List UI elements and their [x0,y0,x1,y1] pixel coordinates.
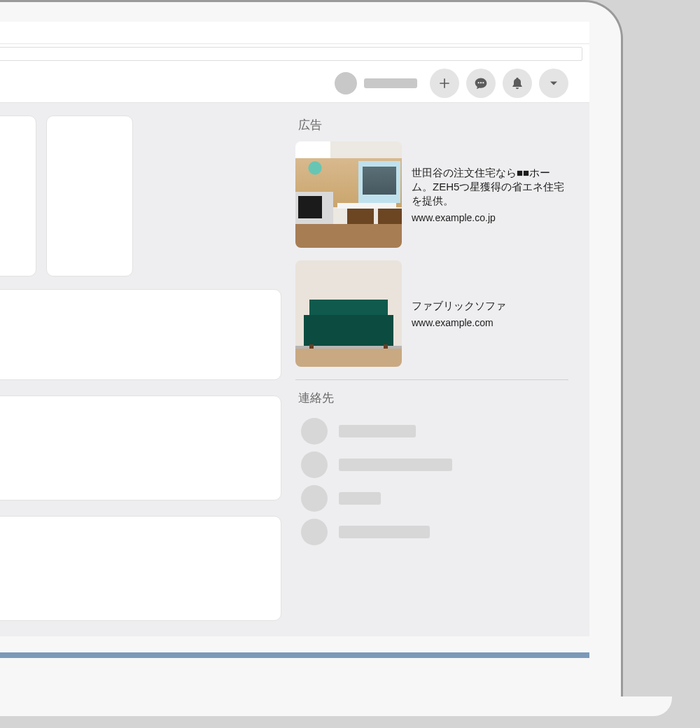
ad-title: 世田谷の注文住宅なら■■ホーム。ZEH5つ星獲得の省エネ住宅を提供。 [412,166,568,209]
right-rail: 広告 世田谷の注文住宅なら■■ホーム。ZEH5つ星獲得の省エネ住宅を提供。 ww… [281,115,568,549]
contact-name-placeholder [339,492,381,505]
bell-icon [510,76,524,90]
plus-icon [438,76,451,90]
contact-name-placeholder [339,526,430,538]
contact-avatar [301,519,328,545]
contact-row[interactable] [295,482,568,515]
messages-button[interactable] [466,69,496,98]
ad-url: www.example.co.jp [412,212,568,223]
feed-card[interactable] [0,396,281,500]
ad-item[interactable]: 世田谷の注文住宅なら■■ホーム。ZEH5つ星獲得の省エネ住宅を提供。 www.e… [295,141,568,248]
story-card[interactable] [0,115,36,276]
browser-tabbar [0,22,589,44]
top-nav [0,64,589,103]
contact-row[interactable] [295,515,568,549]
main-column [0,115,281,636]
content-area: 広告 世田谷の注文住宅なら■■ホーム。ZEH5つ星獲得の省エネ住宅を提供。 ww… [0,103,589,636]
contact-row[interactable] [295,448,568,482]
app-page: 広告 世田谷の注文住宅なら■■ホーム。ZEH5つ星獲得の省エネ住宅を提供。 ww… [0,64,589,636]
profile-chip[interactable] [335,72,417,94]
account-menu-button[interactable] [539,69,568,98]
contact-name-placeholder [339,458,452,471]
ad-url: www.example.com [412,317,506,328]
address-input[interactable] [0,47,582,61]
device-base [0,696,672,716]
story-card[interactable] [46,115,133,276]
ads-heading: 広告 [298,117,568,133]
contact-avatar [301,451,328,478]
contact-avatar [301,485,328,512]
ad-title: ファブリックソファ [412,299,506,313]
browser-addressbar [0,44,589,64]
ad-item[interactable]: ファブリックソファ www.example.com [295,260,568,367]
ad-copy: 世田谷の注文住宅なら■■ホーム。ZEH5つ星獲得の省エネ住宅を提供。 www.e… [412,141,568,248]
ad-copy: ファブリックソファ www.example.com [412,260,506,367]
browser-chrome [0,22,589,64]
accent-strip [0,652,589,658]
contact-name-placeholder [339,425,416,438]
stories-row [0,115,281,276]
feed-card[interactable] [0,516,281,621]
rail-divider [295,379,568,380]
profile-name-placeholder [364,78,417,88]
contact-row[interactable] [295,414,568,448]
caret-down-icon [547,76,561,90]
device-frame: 広告 世田谷の注文住宅なら■■ホーム。ZEH5つ星獲得の省エネ住宅を提供。 ww… [0,0,623,696]
contacts-heading: 連絡先 [298,390,568,406]
ad-thumbnail [295,260,402,367]
post-composer[interactable] [0,289,281,380]
contact-avatar [301,418,328,444]
avatar [335,72,357,94]
create-button[interactable] [430,69,459,98]
ad-thumbnail [295,141,402,248]
notifications-button[interactable] [503,69,532,98]
contacts-list [295,414,568,549]
chat-icon [474,76,488,90]
